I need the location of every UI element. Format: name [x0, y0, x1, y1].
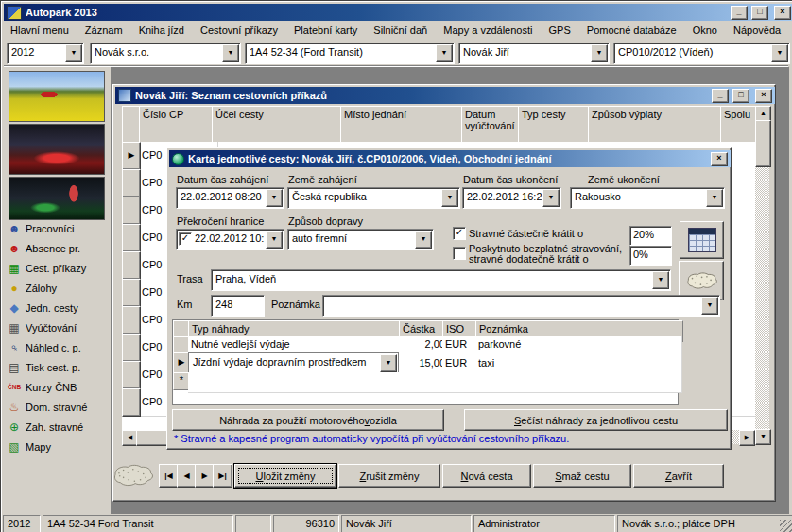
close-button[interactable]: ×: [755, 89, 772, 103]
meal-free-checkbox[interactable]: [453, 247, 466, 260]
meal-partial-checkbox[interactable]: ✓: [453, 227, 466, 240]
vehicle-combobox[interactable]: 1A4 52-34 (Ford Transit) ▼: [245, 43, 455, 64]
sidebar-item-vyuctovani[interactable]: ▦ Vyúčtování: [8, 317, 110, 337]
row-selector[interactable]: [122, 224, 141, 252]
chevron-down-icon[interactable]: ▼: [266, 189, 283, 207]
row-selector[interactable]: [122, 169, 141, 197]
menu-okno[interactable]: Okno: [686, 22, 724, 39]
row-selector[interactable]: [122, 251, 141, 280]
nav-next-button[interactable]: ▶: [195, 464, 215, 488]
scroll-down-icon[interactable]: ▼: [755, 429, 771, 445]
chevron-down-icon[interactable]: ▼: [441, 189, 458, 207]
menu-kniha-jizd[interactable]: Kniha jízd: [132, 22, 191, 39]
nav-first-button[interactable]: |◀: [159, 464, 179, 488]
chevron-down-icon[interactable]: ▼: [542, 189, 560, 207]
title-bar[interactable]: Autopark 2013 _ □ ×: [4, 4, 792, 21]
cancel-button[interactable]: Zrušit změny: [338, 464, 440, 488]
chevron-down-icon[interactable]: ▼: [415, 231, 432, 249]
menu-zaznam[interactable]: Záznam: [78, 22, 129, 39]
sidebar-item-zalohy[interactable]: ● Zálohy: [8, 278, 110, 298]
minimize-button[interactable]: _: [712, 89, 729, 103]
toolbar: 2012 ▼ Novák s.r.o. ▼ 1A4 52-34 (Ford Tr…: [4, 40, 788, 66]
sidebar-item-tisk-cest-p[interactable]: ▤ Tisk cest. p.: [8, 357, 110, 377]
delete-trip-button[interactable]: Smaž cestu: [533, 464, 631, 488]
row-selector[interactable]: [122, 197, 141, 225]
border-cross-combobox[interactable]: ✓ 22.02.2012 10:15 ▼: [176, 229, 284, 250]
nav-prev-button[interactable]: ◀: [177, 464, 197, 488]
note-combobox[interactable]: ▼: [322, 295, 720, 317]
chevron-down-icon[interactable]: ▼: [706, 189, 723, 207]
chevron-down-icon[interactable]: ▼: [222, 44, 239, 62]
nav-last-button[interactable]: ▶|: [213, 464, 232, 488]
row-selector[interactable]: [122, 388, 141, 417]
start-datetime-combobox[interactable]: 22.02.2012 08:20 ▼: [176, 187, 284, 209]
calculator-button[interactable]: [680, 221, 724, 259]
sidebar-item-cest-prikazy[interactable]: ▦ Cest. příkazy: [8, 258, 110, 278]
employee-combobox[interactable]: Novák Jiří ▼: [458, 43, 610, 64]
menu-gps[interactable]: GPS: [542, 22, 577, 39]
sum-trip-button[interactable]: Sečíst náhrady za jednotlivou cestu: [464, 409, 728, 431]
end-country-combobox[interactable]: Rakousko ▼: [570, 187, 725, 209]
sidebar-item-absence[interactable]: ☻ Absence pr.: [8, 238, 110, 258]
row-selector[interactable]: [122, 361, 141, 389]
vehicle-compensation-button[interactable]: Náhrada za použití motorového vozidla: [172, 409, 444, 431]
meal-partial-percent-field[interactable]: 20%: [629, 226, 672, 246]
sidebar-item-dom-stravne[interactable]: ♨ Dom. stravné: [8, 397, 110, 417]
year-combobox[interactable]: 2012 ▼: [7, 43, 84, 64]
transport-combobox[interactable]: auto firemní ▼: [287, 229, 434, 250]
sidebar-item-mapy[interactable]: ▧ Mapy: [8, 437, 110, 456]
row-selector[interactable]: ▶: [122, 142, 141, 170]
row-selector[interactable]: [122, 334, 141, 362]
expense-cell-empty[interactable]: [188, 372, 682, 393]
status-user: Administrator: [473, 515, 615, 532]
row-selector[interactable]: [122, 306, 141, 335]
menu-platebni-karty[interactable]: Platební karty: [287, 22, 364, 39]
maximize-button[interactable]: □: [751, 6, 768, 20]
chevron-down-icon[interactable]: ▼: [771, 44, 788, 62]
end-datetime-combobox[interactable]: 22.02.2012 16:25 ▼: [462, 187, 561, 209]
scroll-right-icon[interactable]: ▶: [739, 430, 755, 446]
sidebar: ☻ Pracovníci ☻ Absence pr. ▦ Cest. příka…: [3, 67, 111, 514]
new-trip-button[interactable]: Nová cesta: [442, 464, 531, 488]
sidebar-item-nahled-cp[interactable]: ♀ Náhled c. p.: [8, 337, 110, 357]
trip-combobox[interactable]: CP010/2012 (Vídeň) ▼: [613, 43, 790, 64]
company-value: Novák s.r.o.: [91, 43, 221, 63]
chevron-down-icon[interactable]: ▼: [652, 271, 669, 289]
chevron-down-icon[interactable]: ▼: [65, 44, 82, 62]
expense-type-combobox[interactable]: Jízdní výdaje dopravním prostředkem ▼: [188, 352, 399, 372]
start-country-combobox[interactable]: Česká republika ▼: [287, 187, 460, 209]
scrollbar-thumb[interactable]: [755, 120, 771, 167]
chevron-down-icon[interactable]: ▼: [591, 44, 608, 62]
close-button[interactable]: ×: [711, 152, 728, 166]
menu-silnicni-dan[interactable]: Silniční daň: [367, 22, 434, 39]
row-selector[interactable]: [122, 279, 141, 307]
child-title-bar[interactable]: Novák Jiří: Seznam cestovních příkazů _ …: [115, 87, 775, 104]
route-combobox[interactable]: Praha, Vídeň ▼: [211, 269, 671, 291]
sidebar-item-kurzy-cnb[interactable]: ČNB Kurzy ČNB: [8, 377, 110, 397]
close-window-button[interactable]: Zavřít: [633, 464, 724, 488]
menu-mapy-a-vzdalenosti[interactable]: Mapy a vzdálenosti: [437, 22, 539, 39]
menu-hlavni-menu[interactable]: Hlavní menu: [4, 22, 76, 39]
border-cross-checkbox[interactable]: ✓: [179, 232, 192, 246]
maximize-button[interactable]: □: [732, 89, 749, 103]
chevron-down-icon[interactable]: ▼: [380, 354, 397, 372]
sidebar-item-jedn-cesty[interactable]: ◆ Jedn. cesty: [8, 298, 110, 317]
menu-pomocne-databaze[interactable]: Pomocné databáze: [580, 22, 683, 39]
sidebar-item-pracovnici[interactable]: ☻ Pracovníci: [8, 218, 110, 238]
menu-napoveda[interactable]: Nápověda: [727, 22, 787, 39]
dialog-title-bar[interactable]: Karta jednotlivé cesty: Novák Jiří, č.CP…: [169, 150, 731, 167]
sidebar-item-zah-stravne[interactable]: ⊕ Zah. stravné: [8, 417, 110, 437]
minimize-button[interactable]: _: [731, 6, 748, 20]
chevron-down-icon[interactable]: ▼: [436, 44, 453, 62]
resize-grip[interactable]: [780, 520, 792, 532]
company-combobox[interactable]: Novák s.r.o. ▼: [90, 43, 241, 64]
meal-free-percent-field[interactable]: 0%: [629, 246, 672, 266]
close-button[interactable]: ×: [774, 6, 791, 20]
chevron-down-icon[interactable]: ▼: [701, 297, 718, 315]
people-icon: ☻: [8, 222, 21, 235]
chevron-down-icon[interactable]: ▼: [266, 231, 283, 249]
km-field[interactable]: 248: [211, 295, 265, 317]
menu-cestovni-prikazy[interactable]: Cestovní příkazy: [194, 22, 284, 39]
vertical-scrollbar[interactable]: ▲ ▼: [755, 106, 769, 445]
save-button[interactable]: Uložit změny: [234, 464, 336, 488]
